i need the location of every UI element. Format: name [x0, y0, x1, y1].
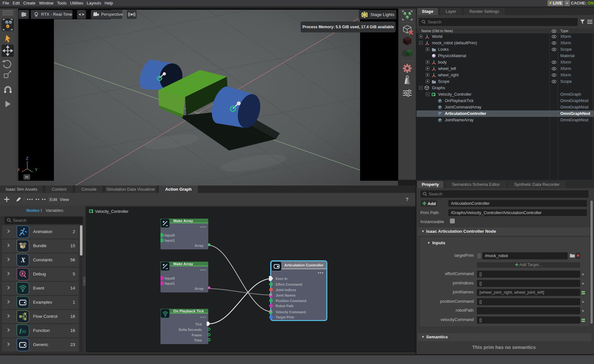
svg-text:Y: Y [35, 168, 38, 172]
svg-text:X: X [17, 168, 20, 172]
svg-text:Z: Z [26, 156, 28, 161]
